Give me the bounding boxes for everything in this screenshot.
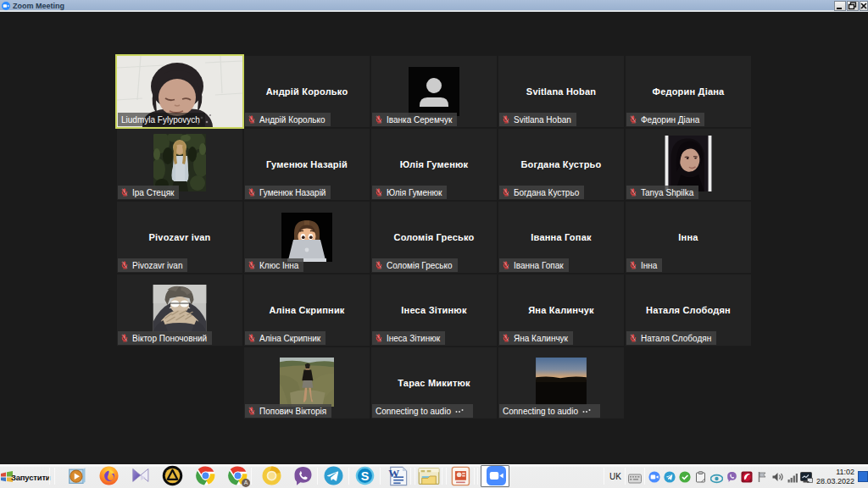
svg-text:W: W — [388, 467, 399, 480]
svg-text:S: S — [361, 469, 370, 483]
